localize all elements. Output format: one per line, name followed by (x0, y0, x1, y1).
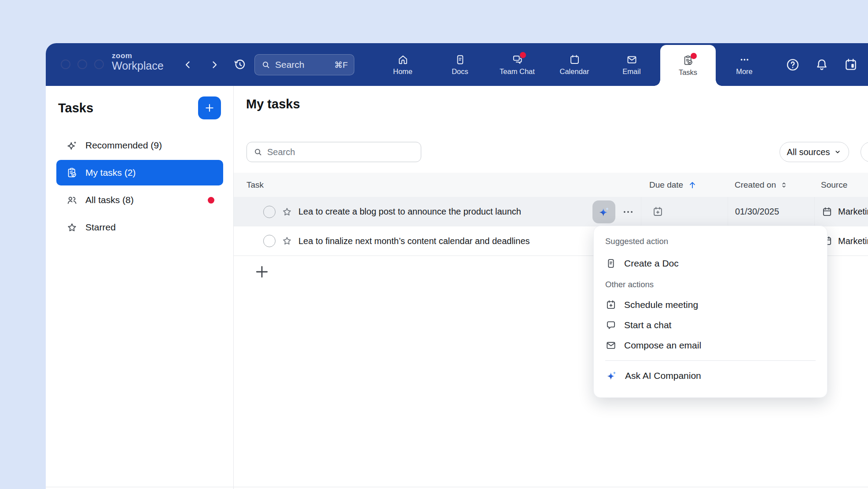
nav-label: Tasks (679, 68, 697, 77)
column-label: Due date (649, 180, 683, 190)
column-header-source[interactable]: Source (814, 173, 868, 197)
email-icon (605, 340, 617, 351)
global-search: ⌘F (254, 54, 354, 75)
nav-item-docs[interactable]: Docs (431, 43, 489, 86)
nav-item-email[interactable]: Email (603, 43, 660, 86)
nav-item-team-chat[interactable]: Team Chat (489, 43, 546, 86)
calendar-icon (821, 206, 833, 218)
unread-dot (208, 197, 214, 204)
top-navbar: zoom Workplace (46, 43, 868, 86)
filter-label: All sources (787, 147, 830, 157)
source-cell: Marketing (814, 197, 868, 226)
tasks-icon (682, 55, 694, 67)
notifications-button[interactable] (814, 57, 829, 72)
nav-label: Calendar (560, 67, 589, 76)
star-icon[interactable] (281, 206, 293, 218)
sidebar-item-starred[interactable]: Starred (56, 215, 223, 240)
app-window: zoom Workplace (46, 43, 868, 489)
bell-icon (814, 57, 829, 72)
schedule-panel-button[interactable] (843, 57, 858, 72)
column-header-task[interactable]: Task (234, 173, 641, 197)
column-header-due-date[interactable]: Due date (641, 173, 728, 197)
task-complete-checkbox[interactable] (263, 206, 276, 218)
my-tasks-panel: My tasks All sources Task Due date (234, 86, 868, 489)
team-chat-icon (511, 54, 523, 66)
source-value: Marketing (838, 207, 868, 217)
sidebar-item-label: Recommended (9) (85, 140, 162, 151)
team-chat-badge (520, 52, 526, 58)
nav-label: More (736, 67, 753, 76)
close-button[interactable] (61, 59, 70, 69)
source-value: Marketing (838, 236, 868, 246)
primary-nav: Home Docs Team Cha (374, 43, 773, 86)
suggested-actions-menu: Suggested action Create a Doc Other acti… (593, 226, 828, 398)
tasks-sidebar: Tasks Recommended (9) (46, 86, 234, 489)
sidebar-item-label: Starred (85, 222, 116, 233)
clipped-filter-button[interactable] (861, 142, 868, 162)
navbar-right-actions (785, 43, 858, 86)
sidebar-item-my-tasks[interactable]: My tasks (2) (56, 160, 223, 185)
forward-button[interactable] (208, 58, 221, 71)
help-icon (785, 57, 800, 72)
add-task-button[interactable] (253, 263, 271, 281)
sidebar-item-label: My tasks (2) (85, 167, 136, 178)
sort-ascending-icon (688, 180, 697, 190)
star-icon[interactable] (281, 235, 293, 247)
sparkle-icon (66, 140, 78, 152)
new-task-button[interactable] (198, 96, 221, 119)
ai-companion-button[interactable] (592, 200, 615, 223)
global-search-input[interactable] (275, 59, 330, 70)
chevron-down-icon (834, 148, 842, 156)
help-button[interactable] (785, 57, 800, 72)
menu-item-ask-ai-companion[interactable]: Ask AI Companion (605, 366, 816, 386)
nav-label: Docs (452, 67, 468, 76)
zoom-workplace-app: zoom Workplace (0, 0, 868, 489)
search-icon (253, 147, 263, 157)
menu-section-label: Other actions (605, 280, 816, 289)
add-due-date-button[interactable] (652, 206, 664, 218)
menu-item-label: Ask AI Companion (625, 370, 701, 381)
page-title: My tasks (246, 97, 300, 111)
home-icon (397, 54, 409, 66)
menu-item-start-chat[interactable]: Start a chat (605, 315, 816, 335)
history-button[interactable] (232, 57, 247, 72)
table-row[interactable]: Lea to create a blog post to announce th… (234, 197, 868, 226)
nav-item-calendar[interactable]: Calendar (546, 43, 603, 86)
nav-item-more[interactable]: More (716, 43, 773, 86)
history-icon (233, 58, 247, 72)
nav-item-tasks-active[interactable]: Tasks (660, 45, 716, 86)
menu-item-label: Compose an email (624, 340, 701, 351)
sort-icon (780, 181, 788, 189)
minimize-button[interactable] (77, 59, 87, 69)
calendar-panel-icon (843, 57, 858, 72)
menu-section-label: Suggested action (605, 237, 816, 246)
menu-item-schedule-meeting[interactable]: Schedule meeting (605, 295, 816, 315)
email-icon (626, 54, 638, 66)
created-on-value: 01/30/2025 (728, 197, 814, 226)
menu-divider (605, 360, 816, 361)
menu-item-label: Schedule meeting (624, 300, 698, 310)
doc-icon (605, 258, 617, 269)
sidebar-item-all-tasks[interactable]: All tasks (8) (56, 187, 223, 213)
task-title: Lea to finalize next month’s content cal… (298, 236, 530, 246)
column-header-created-on[interactable]: Created on (728, 173, 814, 197)
maximize-button[interactable] (94, 59, 104, 69)
task-complete-checkbox[interactable] (263, 235, 276, 247)
menu-item-compose-email[interactable]: Compose an email (605, 335, 816, 356)
back-button[interactable] (181, 58, 195, 71)
more-actions-button[interactable] (622, 205, 635, 219)
search-icon (261, 60, 271, 70)
chevron-left-icon (183, 59, 193, 70)
nav-item-home[interactable]: Home (374, 43, 431, 86)
more-icon (739, 54, 750, 66)
zoom-workplace-logo: zoom Workplace (112, 52, 164, 71)
task-search-input[interactable] (267, 147, 415, 157)
sidebar-item-recommended[interactable]: Recommended (9) (56, 133, 223, 158)
docs-icon (454, 54, 466, 66)
calendar-icon (569, 54, 581, 66)
menu-item-label: Start a chat (624, 320, 671, 330)
nav-label: Team Chat (500, 67, 535, 76)
menu-item-create-doc[interactable]: Create a Doc (605, 253, 816, 274)
all-sources-dropdown[interactable]: All sources (780, 142, 849, 162)
table-header: Task Due date Created on Source (234, 173, 868, 197)
